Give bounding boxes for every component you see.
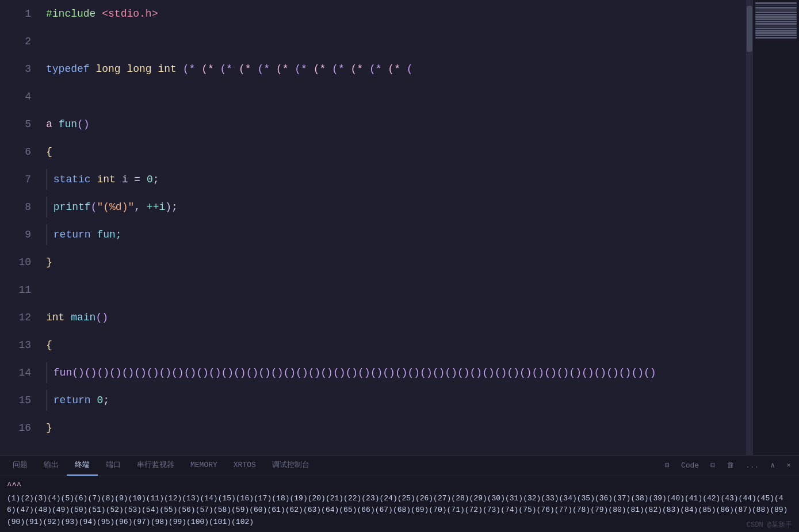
- token: (): [77, 118, 90, 130]
- token: ++i: [147, 201, 165, 213]
- minimap-line: [755, 25, 797, 27]
- panel-tab-问题[interactable]: 问题: [5, 455, 36, 476]
- token: [64, 312, 71, 323]
- code-line: int main(): [46, 304, 746, 331]
- line-number: 2: [0, 28, 40, 55]
- token: [47, 174, 53, 185]
- split-icon[interactable]: ⊟: [707, 460, 718, 471]
- trash-icon[interactable]: 🗑: [723, 460, 737, 471]
- token: (: [407, 63, 413, 75]
- line-number: 3: [0, 55, 40, 83]
- panel-tab-输出[interactable]: 输出: [36, 455, 67, 476]
- up-icon[interactable]: ∧: [767, 460, 778, 471]
- token: [121, 63, 127, 75]
- bottom-panel: 问题输出终端端口串行监视器MEMORYXRTOS调试控制台 ⊞ Code ⊟ 🗑…: [0, 455, 799, 532]
- minimap-line: [755, 7, 797, 9]
- code-line: #include <stdio.h>: [46, 0, 746, 28]
- token: [52, 118, 59, 130]
- line-number: 6: [0, 138, 40, 166]
- token: [214, 63, 220, 75]
- token: [91, 174, 97, 185]
- code-label[interactable]: Code: [678, 460, 702, 471]
- code-line: [46, 276, 746, 304]
- token: 0: [97, 395, 103, 406]
- token: return: [53, 229, 91, 240]
- code-line: fun()()()()()()()()()()()()()()()()()()(…: [46, 359, 746, 386]
- token: 0: [147, 174, 153, 185]
- token: [363, 63, 369, 75]
- minimap-line: [755, 23, 797, 25]
- token: fun;: [91, 229, 122, 240]
- token: int: [97, 174, 115, 185]
- token: [47, 201, 53, 213]
- line-number: 16: [0, 414, 40, 442]
- token: [251, 63, 258, 75]
- panel-tab-xrtos[interactable]: XRTOS: [225, 455, 264, 476]
- panel-tabs: 问题输出终端端口串行监视器MEMORYXRTOS调试控制台 ⊞ Code ⊟ 🗑…: [0, 456, 799, 476]
- more-icon[interactable]: ...: [742, 460, 762, 471]
- token: [270, 63, 276, 75]
- scrollbar-track[interactable]: [746, 0, 753, 455]
- code-line: a fun(): [46, 110, 746, 138]
- token: [91, 395, 97, 406]
- line-number: 10: [0, 248, 40, 276]
- token: }: [46, 422, 52, 434]
- token: );: [165, 201, 178, 213]
- code-editor: 12345678910111213141516 #include <stdio.…: [0, 0, 799, 455]
- line-number: 15: [0, 386, 40, 414]
- token: (*: [369, 63, 382, 75]
- close-icon[interactable]: ×: [783, 460, 794, 471]
- line-number: 13: [0, 331, 40, 359]
- token: "(%d)": [97, 201, 134, 213]
- code-line: }: [46, 248, 746, 276]
- line-number: 11: [0, 276, 40, 304]
- minimap-line: [755, 14, 797, 16]
- token: (): [95, 312, 108, 323]
- token: fun()()()()()()()()()()()()()()()()()()(…: [53, 367, 656, 378]
- token: (*: [276, 63, 289, 75]
- token: [326, 63, 332, 75]
- code-line: return fun;: [46, 221, 746, 248]
- minimap-line: [755, 28, 797, 29]
- scrollbar-thumb[interactable]: [747, 6, 752, 52]
- panel-tab-终端[interactable]: 终端: [67, 455, 98, 476]
- token: [382, 63, 388, 75]
- panel-toolbar: ⊞ Code ⊟ 🗑 ... ∧ ×: [662, 460, 794, 471]
- token: long: [127, 63, 151, 75]
- line-number: 4: [0, 83, 40, 110]
- code-content: #include <stdio.h> typedef long long int…: [40, 0, 746, 455]
- token: (*: [351, 63, 364, 75]
- layout-icon[interactable]: ⊞: [662, 460, 673, 471]
- token: ;: [153, 174, 159, 185]
- code-line: {: [46, 138, 746, 166]
- token: int: [46, 312, 64, 323]
- token: (*: [388, 63, 400, 75]
- panel-tab-调试控制台[interactable]: 调试控制台: [264, 455, 318, 476]
- line-number: 14: [0, 359, 40, 386]
- token: (: [91, 201, 97, 213]
- token: [345, 63, 351, 75]
- minimap-line: [755, 30, 797, 32]
- panel-tab-端口[interactable]: 端口: [98, 455, 129, 476]
- minimap-line: [755, 2, 797, 4]
- token: [152, 63, 158, 75]
- line-number: 1: [0, 0, 40, 28]
- token: ;: [103, 395, 109, 406]
- line-number: 7: [0, 166, 40, 193]
- token: printf: [53, 201, 91, 213]
- token: [195, 63, 201, 75]
- line-number: 5: [0, 110, 40, 138]
- line-number: 9: [0, 221, 40, 248]
- terminal-prompt: ^^^: [7, 480, 792, 492]
- line-numbers: 12345678910111213141516: [0, 0, 40, 455]
- token: [90, 63, 96, 75]
- token: {: [46, 339, 52, 351]
- token: (*: [295, 63, 307, 75]
- code-line: typedef long long int (* (* (* (* (* (* …: [46, 55, 746, 83]
- token: [140, 174, 147, 185]
- panel-tab-memory[interactable]: MEMORY: [182, 455, 225, 476]
- token: [177, 63, 183, 75]
- panel-tab-串行监视器[interactable]: 串行监视器: [129, 455, 182, 476]
- token: [400, 63, 407, 75]
- terminal-output: (1)(2)(3)(4)(5)(6)(7)(8)(9)(10)(11)(12)(…: [7, 493, 792, 529]
